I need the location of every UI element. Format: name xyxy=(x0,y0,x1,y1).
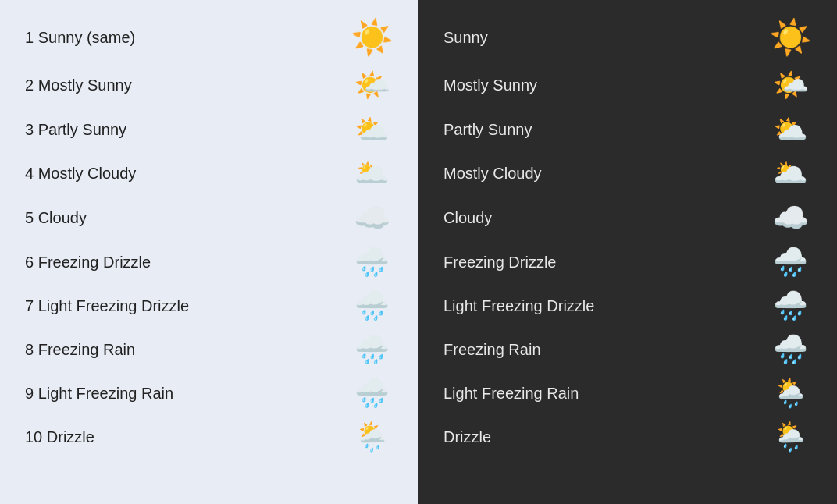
light-weather-item: 3 Partly Sunny⛅ xyxy=(19,108,400,151)
weather-icon: 🌧️ xyxy=(350,335,394,364)
dark-weather-item: Cloudy☁️ xyxy=(437,195,818,240)
weather-label: 9 Light Freezing Rain xyxy=(25,385,173,403)
dark-weather-item: Sunny☀️ xyxy=(437,12,818,62)
weather-icon: 🌦️ xyxy=(350,423,394,451)
dark-weather-item: Light Freezing Drizzle🌧️ xyxy=(437,284,818,328)
weather-label: Light Freezing Drizzle xyxy=(443,297,594,315)
light-weather-item: 1 Sunny (same)☀️ xyxy=(19,12,400,62)
weather-label: Mostly Sunny xyxy=(443,76,537,94)
weather-icon: 🌦️ xyxy=(768,379,812,407)
dark-weather-item: Light Freezing Rain🌦️ xyxy=(437,371,818,415)
weather-icon: 🌧️ xyxy=(350,379,394,407)
light-weather-item: 6 Freezing Drizzle🌧️ xyxy=(19,240,400,284)
weather-label: Light Freezing Rain xyxy=(443,385,579,403)
weather-label: Drizzle xyxy=(443,428,491,446)
light-weather-item: 7 Light Freezing Drizzle🌧️ xyxy=(19,284,400,328)
weather-icon: 🌧️ xyxy=(768,335,812,364)
weather-label: 8 Freezing Rain xyxy=(25,341,135,359)
weather-label: 4 Mostly Cloudy xyxy=(25,165,136,183)
weather-icon: ☀️ xyxy=(350,20,394,55)
weather-label: Freezing Drizzle xyxy=(443,254,556,272)
weather-icon: 🌥️ xyxy=(768,159,812,187)
dark-weather-item: Drizzle🌦️ xyxy=(437,415,818,459)
weather-label: Sunny xyxy=(443,29,488,47)
weather-icon: ⛅ xyxy=(768,115,812,144)
weather-label: Mostly Cloudy xyxy=(443,165,542,183)
weather-icon: 🌤️ xyxy=(768,70,812,100)
weather-label: 10 Drizzle xyxy=(25,428,94,446)
weather-icon: ⛅ xyxy=(350,115,394,144)
weather-label: Freezing Rain xyxy=(443,341,541,359)
dark-panel: Sunny☀️Mostly Sunny🌤️Partly Sunny⛅Mostly… xyxy=(418,0,837,504)
weather-label: 7 Light Freezing Drizzle xyxy=(25,297,189,315)
weather-label: 5 Cloudy xyxy=(25,209,87,227)
light-weather-item: 2 Mostly Sunny🌤️ xyxy=(19,62,400,108)
weather-icon: 🌤️ xyxy=(350,70,394,100)
weather-icon: 🌧️ xyxy=(350,248,394,276)
weather-label: 6 Freezing Drizzle xyxy=(25,254,151,272)
light-weather-item: 9 Light Freezing Rain🌧️ xyxy=(19,371,400,415)
weather-label: 1 Sunny (same) xyxy=(25,29,135,47)
dark-weather-item: Freezing Rain🌧️ xyxy=(437,328,818,371)
light-weather-item: 8 Freezing Rain🌧️ xyxy=(19,328,400,371)
weather-label: Cloudy xyxy=(443,209,492,227)
dark-weather-item: Mostly Sunny🌤️ xyxy=(437,62,818,108)
weather-icon: ☁️ xyxy=(768,203,812,232)
weather-icon: 🌧️ xyxy=(768,248,812,276)
dark-weather-item: Partly Sunny⛅ xyxy=(437,108,818,151)
light-weather-item: 4 Mostly Cloudy🌥️ xyxy=(19,151,400,195)
weather-icon: 🌧️ xyxy=(350,292,394,320)
light-panel: 1 Sunny (same)☀️2 Mostly Sunny🌤️3 Partly… xyxy=(0,0,418,504)
light-weather-item: 10 Drizzle🌦️ xyxy=(19,415,400,459)
weather-icon: 🌥️ xyxy=(350,159,394,187)
weather-icon: 🌧️ xyxy=(768,292,812,320)
dark-weather-item: Mostly Cloudy🌥️ xyxy=(437,151,818,195)
weather-label: 2 Mostly Sunny xyxy=(25,76,132,94)
dark-weather-item: Freezing Drizzle🌧️ xyxy=(437,240,818,284)
weather-icon: ☁️ xyxy=(350,203,394,232)
light-weather-item: 5 Cloudy☁️ xyxy=(19,195,400,240)
weather-icon: 🌦️ xyxy=(768,423,812,451)
weather-label: Partly Sunny xyxy=(443,121,532,139)
weather-label: 3 Partly Sunny xyxy=(25,121,126,139)
weather-icon: ☀️ xyxy=(768,20,812,55)
